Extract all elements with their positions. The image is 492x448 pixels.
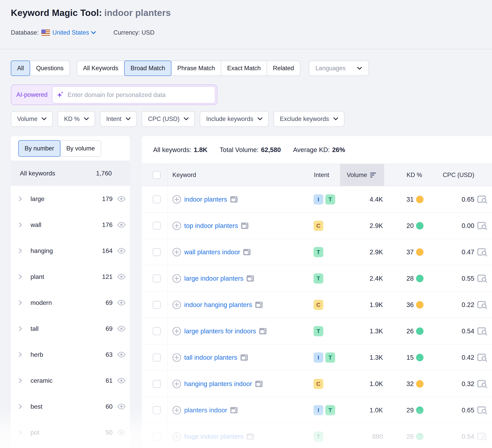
domain-input-box[interactable] bbox=[52, 86, 215, 103]
filter-exclude-keywords[interactable]: Exclude keywords bbox=[274, 111, 344, 127]
keyword-link[interactable]: huge indoor planters bbox=[184, 433, 244, 440]
row-checkbox[interactable] bbox=[153, 248, 161, 256]
row-checkbox[interactable] bbox=[153, 196, 161, 203]
serp-features-icon[interactable] bbox=[255, 301, 263, 308]
eye-icon[interactable] bbox=[117, 326, 126, 332]
sidebar-group-item[interactable]: tall 69 bbox=[11, 316, 130, 342]
keyword-link[interactable]: wall planters indoor bbox=[184, 248, 240, 256]
database-select[interactable]: United States bbox=[52, 29, 89, 36]
column-header-intent[interactable]: Intent bbox=[307, 164, 340, 186]
languages-dropdown[interactable]: Languages bbox=[309, 60, 369, 76]
add-keyword-icon[interactable] bbox=[172, 327, 181, 336]
serp-preview-icon[interactable] bbox=[477, 300, 488, 309]
serp-preview-icon[interactable] bbox=[477, 353, 488, 362]
add-keyword-icon[interactable] bbox=[172, 432, 181, 441]
add-keyword-icon[interactable] bbox=[172, 379, 181, 388]
row-checkbox[interactable] bbox=[153, 406, 161, 414]
serp-features-icon[interactable] bbox=[246, 275, 254, 282]
sidebar-group-item[interactable]: ceramic 61 bbox=[11, 368, 130, 394]
add-keyword-icon[interactable] bbox=[172, 300, 181, 309]
sidebar-group-item[interactable]: hanging 164 bbox=[11, 238, 130, 264]
add-keyword-icon[interactable] bbox=[172, 195, 181, 204]
select-all-checkbox[interactable] bbox=[153, 171, 161, 179]
sidebar-group-item[interactable]: wall 176 bbox=[11, 212, 130, 238]
serp-features-icon[interactable] bbox=[230, 407, 238, 414]
add-keyword-icon[interactable] bbox=[172, 406, 181, 415]
toggle-by-number[interactable]: By number bbox=[18, 140, 61, 157]
eye-icon[interactable] bbox=[117, 377, 126, 384]
add-keyword-icon[interactable] bbox=[172, 221, 181, 230]
row-checkbox[interactable] bbox=[153, 380, 161, 388]
eye-icon[interactable] bbox=[117, 299, 126, 306]
filter-kd[interactable]: KD % bbox=[58, 111, 95, 127]
eye-icon[interactable] bbox=[117, 429, 126, 436]
chevron-right-icon[interactable] bbox=[19, 196, 22, 202]
row-checkbox[interactable] bbox=[153, 222, 161, 230]
add-keyword-icon[interactable] bbox=[172, 353, 181, 362]
eye-icon[interactable] bbox=[117, 274, 126, 280]
serp-features-icon[interactable] bbox=[259, 328, 267, 335]
tab-all-keywords[interactable]: All Keywords bbox=[77, 60, 124, 76]
tab-exact-match[interactable]: Exact Match bbox=[221, 60, 267, 76]
keyword-link[interactable]: large planters for indoors bbox=[184, 328, 256, 335]
sidebar-group-item[interactable]: large 179 bbox=[11, 186, 130, 212]
chevron-right-icon[interactable] bbox=[19, 248, 22, 253]
eye-icon[interactable] bbox=[117, 248, 126, 254]
serp-preview-icon[interactable] bbox=[477, 406, 488, 415]
tab-all[interactable]: All bbox=[11, 60, 30, 76]
serp-features-icon[interactable] bbox=[243, 249, 251, 256]
keyword-link[interactable]: tall indoor planters bbox=[184, 354, 237, 361]
row-checkbox[interactable] bbox=[153, 275, 161, 282]
keyword-link[interactable]: hanging planters indoor bbox=[184, 380, 252, 388]
sidebar-group-item[interactable]: pot 50 bbox=[11, 419, 130, 446]
chevron-right-icon[interactable] bbox=[19, 378, 22, 383]
eye-icon[interactable] bbox=[117, 196, 126, 202]
sidebar-group-item[interactable]: plant 121 bbox=[11, 264, 130, 290]
filter-cpc[interactable]: CPC (USD) bbox=[142, 111, 195, 127]
chevron-right-icon[interactable] bbox=[19, 352, 22, 357]
serp-features-icon[interactable] bbox=[241, 222, 249, 229]
column-header-kd[interactable]: KD % bbox=[384, 164, 427, 186]
serp-preview-icon[interactable] bbox=[477, 247, 488, 257]
serp-preview-icon[interactable] bbox=[477, 327, 488, 336]
chevron-right-icon[interactable] bbox=[19, 274, 22, 279]
toggle-by-volume[interactable]: By volume bbox=[60, 140, 101, 157]
keyword-link[interactable]: top indoor planters bbox=[184, 222, 238, 229]
tab-questions[interactable]: Questions bbox=[30, 60, 70, 76]
serp-features-icon[interactable] bbox=[255, 380, 263, 388]
sidebar-group-item[interactable]: herb 63 bbox=[11, 342, 130, 368]
chevron-right-icon[interactable] bbox=[19, 404, 22, 409]
chevron-right-icon[interactable] bbox=[19, 326, 22, 331]
serp-preview-icon[interactable] bbox=[477, 274, 488, 283]
chevron-down-icon[interactable] bbox=[91, 31, 96, 34]
row-checkbox[interactable] bbox=[153, 327, 161, 335]
chevron-right-icon[interactable] bbox=[19, 222, 22, 228]
filter-intent[interactable]: Intent bbox=[100, 111, 137, 127]
column-header-cpc[interactable]: CPC (USD) bbox=[427, 164, 475, 186]
row-checkbox[interactable] bbox=[153, 433, 161, 440]
filter-include-keywords[interactable]: Include keywords bbox=[200, 111, 269, 127]
sidebar-group-item[interactable]: best 60 bbox=[11, 394, 130, 419]
serp-features-icon[interactable] bbox=[246, 433, 254, 440]
eye-icon[interactable] bbox=[117, 351, 126, 358]
chevron-right-icon[interactable] bbox=[19, 300, 22, 305]
add-keyword-icon[interactable] bbox=[172, 248, 181, 257]
sidebar-group-item[interactable]: modern 69 bbox=[11, 290, 130, 316]
eye-icon[interactable] bbox=[117, 403, 126, 410]
tab-related[interactable]: Related bbox=[267, 60, 300, 76]
keyword-link[interactable]: planters indoor bbox=[184, 407, 227, 414]
column-header-keyword[interactable]: Keyword bbox=[167, 164, 307, 186]
eye-icon[interactable] bbox=[117, 222, 126, 228]
serp-preview-icon[interactable] bbox=[477, 195, 488, 204]
add-keyword-icon[interactable] bbox=[172, 274, 181, 283]
keyword-link[interactable]: indoor planters bbox=[184, 196, 227, 203]
row-checkbox[interactable] bbox=[153, 301, 161, 309]
filter-volume[interactable]: Volume bbox=[11, 111, 53, 127]
tab-broad-match[interactable]: Broad Match bbox=[124, 60, 171, 76]
column-header-volume[interactable]: Volume bbox=[340, 164, 384, 186]
serp-preview-icon[interactable] bbox=[477, 432, 488, 441]
domain-input[interactable] bbox=[68, 91, 211, 99]
tab-phrase-match[interactable]: Phrase Match bbox=[171, 60, 221, 76]
serp-preview-icon[interactable] bbox=[477, 221, 488, 230]
keyword-link[interactable]: indoor hanging planters bbox=[184, 301, 252, 309]
